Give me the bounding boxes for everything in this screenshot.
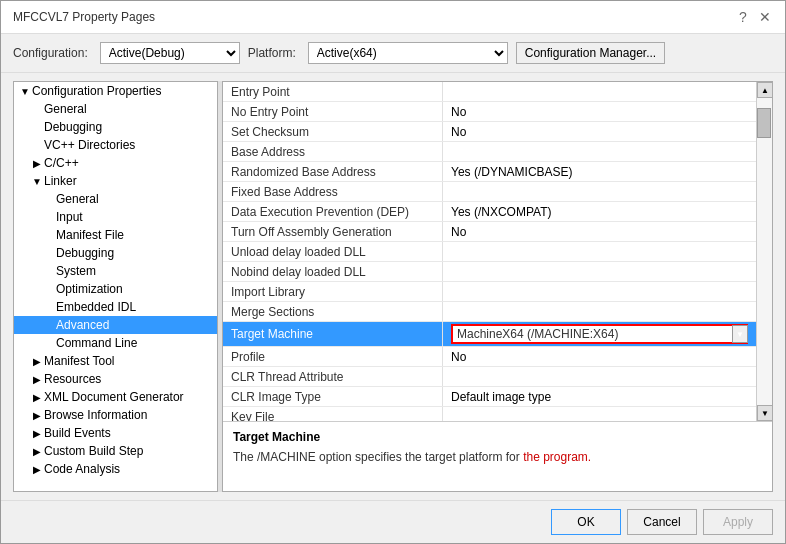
expand-icon: ▶ <box>30 356 44 367</box>
prop-value-text: No <box>451 105 466 119</box>
config-select[interactable]: Active(Debug) <box>100 42 240 64</box>
prop-value-text: No <box>451 225 466 239</box>
prop-row[interactable]: Turn Off Assembly Generation No <box>223 222 756 242</box>
help-button[interactable]: ? <box>735 9 751 25</box>
prop-row[interactable]: Data Execution Prevention (DEP) Yes (/NX… <box>223 202 756 222</box>
prop-grid-wrapper: Entry Point No Entry Point No Set Checks… <box>223 82 772 421</box>
prop-value: No <box>443 102 756 121</box>
expand-icon: ▼ <box>18 86 32 97</box>
prop-row[interactable]: CLR Image Type Default image type <box>223 387 756 407</box>
tree-label: Debugging <box>44 120 213 134</box>
scroll-up-button[interactable]: ▲ <box>757 82 772 98</box>
tree-item-general[interactable]: General <box>14 100 217 118</box>
tree-label: Optimization <box>56 282 213 296</box>
platform-select[interactable]: Active(x64) <box>308 42 508 64</box>
tree-item-linker-debugging[interactable]: Debugging <box>14 244 217 262</box>
tree-label: XML Document Generator <box>44 390 213 404</box>
prop-row[interactable]: Profile No <box>223 347 756 367</box>
scroll-track[interactable] <box>757 98 772 405</box>
tree-label: Input <box>56 210 213 224</box>
prop-row[interactable]: Randomized Base Address Yes (/DYNAMICBAS… <box>223 162 756 182</box>
prop-value-text: No <box>451 350 466 364</box>
tree-item-xml-document-generator[interactable]: ▶XML Document Generator <box>14 388 217 406</box>
prop-value: No <box>443 222 756 241</box>
prop-row[interactable]: Unload delay loaded DLL <box>223 242 756 262</box>
prop-value <box>443 367 756 386</box>
cancel-button[interactable]: Cancel <box>627 509 697 535</box>
tree-label: Manifest File <box>56 228 213 242</box>
tree-label: VC++ Directories <box>44 138 213 152</box>
tree-item-code-analysis[interactable]: ▶Code Analysis <box>14 460 217 478</box>
tree-item-config-properties[interactable]: ▼Configuration Properties <box>14 82 217 100</box>
tree-item-linker-advanced[interactable]: Advanced <box>14 316 217 334</box>
prop-row[interactable]: Import Library <box>223 282 756 302</box>
tree-item-linker-command-line[interactable]: Command Line <box>14 334 217 352</box>
prop-value: MachineX64 (/MACHINE:X64) ▼ <box>443 322 756 346</box>
prop-name: Unload delay loaded DLL <box>223 242 443 261</box>
tree-item-browse-information[interactable]: ▶Browse Information <box>14 406 217 424</box>
prop-row[interactable]: No Entry Point No <box>223 102 756 122</box>
prop-name: CLR Image Type <box>223 387 443 406</box>
tree-item-linker-manifest-file[interactable]: Manifest File <box>14 226 217 244</box>
tree-item-resources[interactable]: ▶Resources <box>14 370 217 388</box>
prop-name: Turn Off Assembly Generation <box>223 222 443 241</box>
expand-icon: ▶ <box>30 446 44 457</box>
tree-label: C/C++ <box>44 156 213 170</box>
tree-item-manifest-tool[interactable]: ▶Manifest Tool <box>14 352 217 370</box>
prop-row[interactable]: Set Checksum No <box>223 122 756 142</box>
apply-button[interactable]: Apply <box>703 509 773 535</box>
prop-row[interactable]: Target Machine MachineX64 (/MACHINE:X64)… <box>223 322 756 347</box>
tree-item-linker-general[interactable]: General <box>14 190 217 208</box>
scroll-down-button[interactable]: ▼ <box>757 405 772 421</box>
tree-label: General <box>56 192 213 206</box>
prop-row[interactable]: Base Address <box>223 142 756 162</box>
tree-panel: ▼Configuration PropertiesGeneralDebuggin… <box>13 81 218 492</box>
dropdown-button[interactable]: ▼ <box>732 325 748 343</box>
prop-name: Data Execution Prevention (DEP) <box>223 202 443 221</box>
platform-label: Platform: <box>248 46 296 60</box>
prop-value-text: Default image type <box>451 390 551 404</box>
tree-item-linker-system[interactable]: System <box>14 262 217 280</box>
prop-name: Fixed Base Address <box>223 182 443 201</box>
prop-row[interactable]: Fixed Base Address <box>223 182 756 202</box>
tree-item-linker-input[interactable]: Input <box>14 208 217 226</box>
tree-item-vc-directories[interactable]: VC++ Directories <box>14 136 217 154</box>
prop-value <box>443 242 756 261</box>
tree-item-linker[interactable]: ▼Linker <box>14 172 217 190</box>
toolbar: Configuration: Active(Debug) Platform: A… <box>1 34 785 73</box>
prop-row[interactable]: Key File <box>223 407 756 421</box>
prop-name: CLR Thread Attribute <box>223 367 443 386</box>
tree-item-cpp[interactable]: ▶C/C++ <box>14 154 217 172</box>
tree-item-linker-embedded-idl[interactable]: Embedded IDL <box>14 298 217 316</box>
prop-row[interactable]: Merge Sections <box>223 302 756 322</box>
prop-value <box>443 142 756 161</box>
ok-button[interactable]: OK <box>551 509 621 535</box>
prop-row[interactable]: Nobind delay loaded DLL <box>223 262 756 282</box>
close-button[interactable]: ✕ <box>757 9 773 25</box>
prop-value: Yes (/DYNAMICBASE) <box>443 162 756 181</box>
tree-label: Resources <box>44 372 213 386</box>
tree-label: General <box>44 102 213 116</box>
tree-label: Linker <box>44 174 213 188</box>
title-bar: MFCCVL7 Property Pages ? ✕ <box>1 1 785 34</box>
prop-row[interactable]: CLR Thread Attribute <box>223 367 756 387</box>
tree-label: Configuration Properties <box>32 84 213 98</box>
tree-item-build-events[interactable]: ▶Build Events <box>14 424 217 442</box>
tree-item-debugging[interactable]: Debugging <box>14 118 217 136</box>
expand-icon: ▶ <box>30 158 44 169</box>
prop-row[interactable]: Entry Point <box>223 82 756 102</box>
bottom-bar: OK Cancel Apply <box>1 500 785 543</box>
scroll-thumb[interactable] <box>757 108 771 138</box>
title-controls: ? ✕ <box>735 9 773 25</box>
prop-value-text: Yes (/DYNAMICBASE) <box>451 165 573 179</box>
tree-item-linker-optimization[interactable]: Optimization <box>14 280 217 298</box>
info-description: The /MACHINE option specifies the target… <box>233 448 762 466</box>
prop-value: No <box>443 122 756 141</box>
config-manager-button[interactable]: Configuration Manager... <box>516 42 665 64</box>
prop-name: Key File <box>223 407 443 421</box>
prop-name: Randomized Base Address <box>223 162 443 181</box>
tree-label: Code Analysis <box>44 462 213 476</box>
main-content: ▼Configuration PropertiesGeneralDebuggin… <box>1 73 785 500</box>
tree-item-custom-build-step[interactable]: ▶Custom Build Step <box>14 442 217 460</box>
vertical-scrollbar[interactable]: ▲ ▼ <box>756 82 772 421</box>
